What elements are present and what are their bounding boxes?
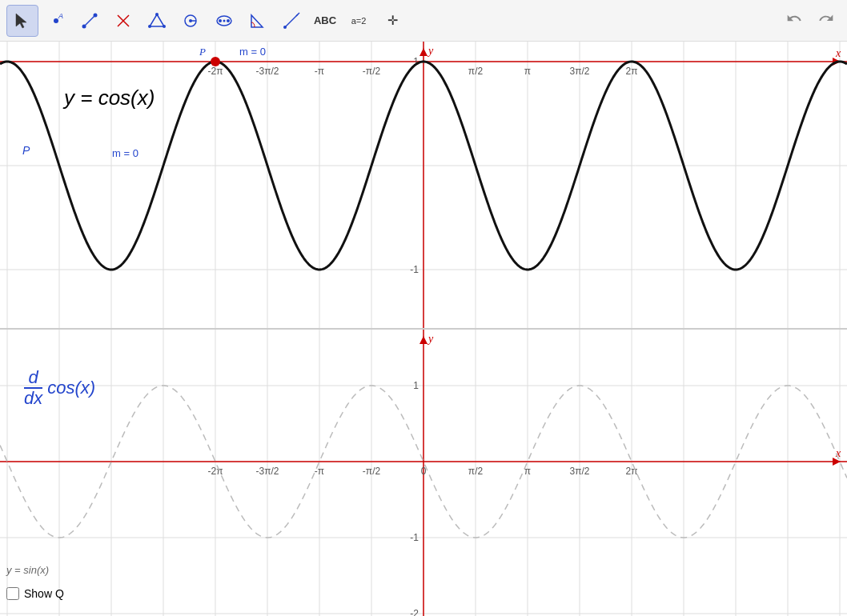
svg-marker-0 (16, 14, 26, 28)
line-tool[interactable] (74, 5, 106, 37)
show-q-container: Show Q (6, 587, 64, 600)
svg-marker-19 (251, 15, 263, 27)
svg-point-17 (227, 19, 230, 22)
undo-redo-group (780, 6, 841, 35)
ellipse-tool[interactable] (208, 5, 240, 37)
main-area: y = cos(x) P m = 0 d dx cos(x) y = sin(x… (0, 42, 847, 616)
svg-text:A: A (58, 12, 63, 20)
polygon-tool[interactable] (141, 5, 173, 37)
svg-point-21 (283, 26, 287, 29)
show-q-checkbox[interactable] (6, 587, 19, 600)
svg-line-22 (296, 13, 299, 16)
svg-point-9 (155, 13, 159, 16)
svg-point-10 (163, 25, 166, 28)
insert-tool-label: a=2 (351, 16, 367, 26)
show-q-label[interactable]: Show Q (24, 587, 64, 600)
point-tool[interactable]: A (40, 5, 72, 37)
text-tool[interactable]: ABC (309, 5, 341, 37)
svg-point-16 (219, 19, 222, 22)
redo-button[interactable] (812, 6, 841, 35)
undo-button[interactable] (780, 6, 809, 35)
svg-point-18 (223, 19, 226, 22)
svg-point-11 (148, 25, 151, 28)
text-tool-label: ABC (314, 14, 336, 26)
svg-line-20 (285, 14, 298, 27)
move-tool-icon: ✛ (387, 13, 398, 28)
svg-line-5 (84, 15, 95, 26)
top-graph-panel[interactable]: y = cos(x) P m = 0 (0, 42, 847, 330)
ray-tool[interactable] (275, 5, 307, 37)
toolbar: A (0, 0, 847, 42)
angle-tool[interactable] (242, 5, 274, 37)
move-tool[interactable]: ✛ (376, 5, 408, 37)
bottom-graph-panel[interactable]: d dx cos(x) y = sin(x) Show Q (0, 330, 847, 616)
insert-tool[interactable]: a=2 (343, 5, 375, 37)
perpendicular-tool[interactable] (107, 5, 139, 37)
svg-marker-8 (150, 14, 164, 26)
select-tool[interactable] (6, 5, 38, 37)
bottom-legend: y = sin(x) (6, 564, 49, 576)
circle-tool[interactable] (175, 5, 207, 37)
